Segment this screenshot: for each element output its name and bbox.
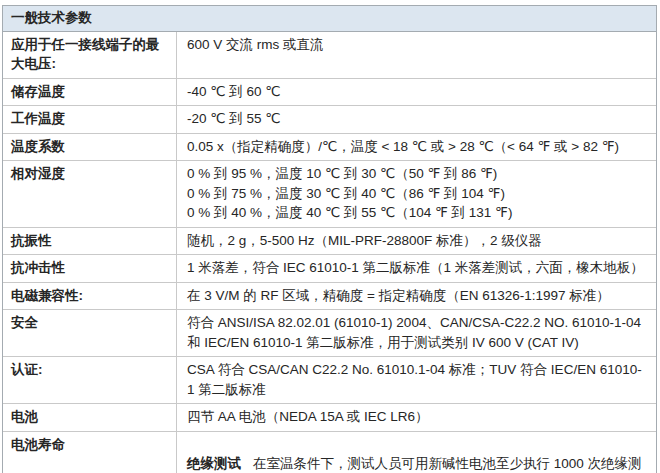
spec-table: 一般技术参数 应用于任一接线端子的最大电压: 600 V 交流 rms 或直流 … [2, 5, 657, 473]
table-row: 电池 四节 AA 电池（NEDA 15A 或 IEC LR6） [3, 404, 656, 432]
row-value: 1 米落差，符合 IEC 61010-1 第二版标准（1 米落差测试，六面，橡木… [177, 255, 656, 282]
row-label: 安全 [3, 310, 177, 356]
row-label: 储存温度 [3, 79, 177, 106]
row-label: 抗冲击性 [3, 255, 177, 282]
row-value: 四节 AA 电池（NEDA 15A 或 IEC LR6） [177, 404, 656, 431]
row-label: 应用于任一接线端子的最大电压: [3, 32, 177, 78]
table-row: 认证: CSA 符合 CSA/CAN C22.2 No. 61010.1-04 … [3, 357, 656, 404]
row-value: 符合 ANSI/ISA 82.02.01 (61010-1) 2004、CAN/… [177, 310, 656, 356]
row-value: 0.05 x（指定精确度）/℃，温度 < 18 ℃ 或 > 28 ℃（< 64 … [177, 134, 656, 161]
table-row: 储存温度 -40 ℃ 到 60 ℃ [3, 79, 656, 107]
table-row: 温度系数 0.05 x（指定精确度）/℃，温度 < 18 ℃ 或 > 28 ℃（… [3, 134, 656, 162]
row-value: CSA 符合 CSA/CAN C22.2 No. 61010.1-04 标准；T… [177, 357, 656, 403]
row-value: 在 3 V/M 的 RF 区域，精确度 = 指定精确度（EN 61326-1:1… [177, 283, 656, 310]
table-row-battery-life: 电池寿命 绝缘测试用途: 在室温条件下，测试人员可用新碱性电池至少执行 1000… [3, 432, 656, 473]
row-label: 电磁兼容性: [3, 283, 177, 310]
row-label: 电池 [3, 404, 177, 431]
row-label: 相对湿度 [3, 161, 177, 227]
table-row: 电磁兼容性: 在 3 V/M 的 RF 区域，精确度 = 指定精确度（EN 61… [3, 283, 656, 311]
subrow-value: 在室温条件下，测试人员可用新碱性电池至少执行 1000 次绝缘测试。 这些测试为… [253, 454, 648, 473]
table-row: 应用于任一接线端子的最大电压: 600 V 交流 rms 或直流 [3, 32, 656, 79]
row-label: 工作温度 [3, 106, 177, 133]
row-label: 抗振性 [3, 228, 177, 255]
table-row: 安全 符合 ANSI/ISA 82.02.01 (61010-1) 2004、C… [3, 310, 656, 357]
row-value: -40 ℃ 到 60 ℃ [177, 79, 656, 106]
table-row: 相对湿度 0 % 到 95 %，温度 10 ℃ 到 30 ℃（50 ℉ 到 86… [3, 161, 656, 228]
table-row: 抗振性 随机，2 g，5-500 Hz（MIL-PRF-28800F 标准），2… [3, 228, 656, 256]
row-label: 电池寿命 [3, 432, 177, 473]
row-value: -20 ℃ 到 55 ℃ [177, 106, 656, 133]
table-row: 工作温度 -20 ℃ 到 55 ℃ [3, 106, 656, 134]
row-value: 0 % 到 95 %，温度 10 ℃ 到 30 ℃（50 ℉ 到 86 ℉) 0… [177, 161, 656, 227]
row-value: 绝缘测试用途: 在室温条件下，测试人员可用新碱性电池至少执行 1000 次绝缘测… [177, 432, 656, 473]
table-header: 一般技术参数 [3, 6, 656, 32]
row-label: 温度系数 [3, 134, 177, 161]
subrow-label: 绝缘测试用途: [187, 454, 249, 473]
row-value: 600 V 交流 rms 或直流 [177, 32, 656, 78]
row-label: 认证: [3, 357, 177, 403]
battery-life-subrow: 绝缘测试用途: 在室温条件下，测试人员可用新碱性电池至少执行 1000 次绝缘测… [187, 454, 648, 473]
table-row: 抗冲击性 1 米落差，符合 IEC 61010-1 第二版标准（1 米落差测试，… [3, 255, 656, 283]
row-value: 随机，2 g，5-500 Hz（MIL-PRF-28800F 标准），2 级仪器 [177, 228, 656, 255]
